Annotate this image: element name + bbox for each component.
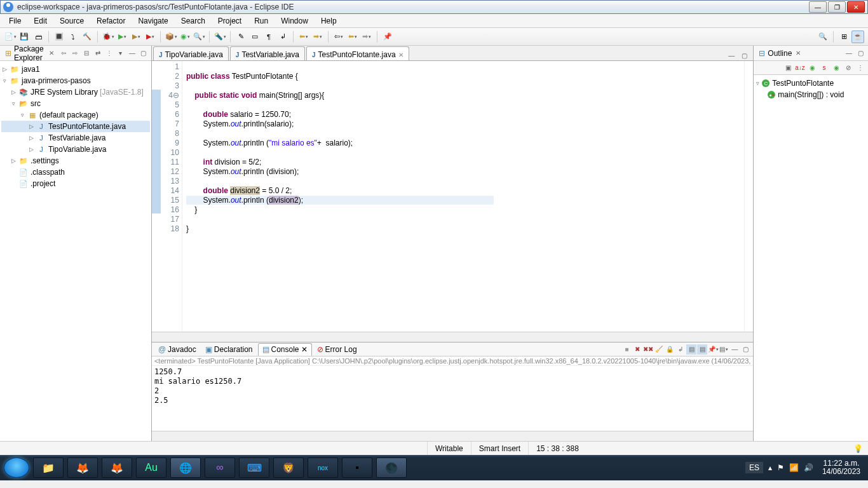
- tray-clock[interactable]: 11:22 a.m. 14/06/2023: [818, 459, 864, 476]
- block-select-icon[interactable]: ▭: [248, 30, 261, 43]
- network-icon[interactable]: 📶: [789, 463, 799, 472]
- hide-fields-icon[interactable]: ◉: [807, 63, 817, 73]
- menu-file[interactable]: File: [3, 15, 27, 27]
- word-wrap-console-icon[interactable]: ↲: [675, 344, 686, 355]
- explorer-taskbar-icon[interactable]: 📁: [33, 458, 64, 478]
- build-icon[interactable]: 🔨: [81, 30, 93, 43]
- outline-tree[interactable]: ▿CTestPuntoFlotante ●Smain(String[]) : v…: [754, 75, 868, 441]
- code-content[interactable]: public class TestPuntoFlotante { public …: [182, 61, 744, 332]
- menu-project[interactable]: Project: [212, 15, 248, 27]
- scroll-lock-icon[interactable]: 🔒: [665, 344, 675, 355]
- new-class-button[interactable]: ◉: [179, 30, 191, 43]
- minimize-editor-icon[interactable]: —: [726, 50, 736, 60]
- maximize-editor-icon[interactable]: ▢: [739, 50, 749, 60]
- language-indicator[interactable]: ES: [745, 462, 763, 473]
- maximize-button[interactable]: ❐: [828, 1, 846, 13]
- show-stderr-icon[interactable]: ▤: [697, 344, 707, 355]
- remove-all-icon[interactable]: ✖✖: [643, 344, 653, 355]
- menu-window[interactable]: Window: [275, 15, 315, 27]
- hide-nonpublic-icon[interactable]: ◉: [831, 63, 841, 73]
- brave-taskbar-icon[interactable]: 🦁: [273, 458, 304, 478]
- tray-chevron-icon[interactable]: ▴: [768, 463, 772, 472]
- display-console-icon[interactable]: ▤: [719, 344, 729, 355]
- nox-taskbar-icon[interactable]: nox: [308, 458, 338, 478]
- menu-navigate[interactable]: Navigate: [132, 15, 174, 27]
- terminal-taskbar-icon[interactable]: ▪: [342, 458, 372, 478]
- menu-refactor[interactable]: Refactor: [90, 15, 132, 27]
- editor-hscrollbar[interactable]: [152, 332, 753, 342]
- java-perspective-icon[interactable]: ☕: [851, 30, 864, 43]
- errorlog-tab[interactable]: ⊘Error Log: [313, 344, 361, 355]
- save-all-button[interactable]: 🗃: [32, 30, 44, 43]
- overview-ruler[interactable]: [744, 61, 753, 332]
- collapse-all-icon[interactable]: ⊟: [81, 48, 92, 58]
- action-center-icon[interactable]: ⚑: [777, 463, 784, 472]
- hide-static-icon[interactable]: s: [819, 63, 829, 73]
- package-explorer-tab[interactable]: ⊞ Package Explorer ✕: [3, 43, 57, 64]
- annotation-next-icon[interactable]: ➡: [311, 30, 324, 43]
- search-button[interactable]: 🔦: [214, 30, 226, 43]
- minimize-button[interactable]: —: [809, 1, 827, 13]
- terminate-icon[interactable]: ■: [621, 344, 632, 355]
- package-tree[interactable]: ▷📁java1 ▿📁java-primeros-pasos ▷📚JRE Syst…: [0, 61, 151, 441]
- pin-editor-icon[interactable]: 📌: [381, 30, 394, 43]
- show-whitespace-icon[interactable]: ¶: [262, 30, 275, 43]
- close-icon[interactable]: ✕: [49, 50, 54, 57]
- quick-access-icon[interactable]: 🔍: [817, 30, 829, 43]
- menu-source[interactable]: Source: [53, 15, 90, 27]
- declaration-tab[interactable]: ▣Declaration: [201, 344, 257, 355]
- menu-search[interactable]: Search: [175, 15, 212, 27]
- vscode-taskbar-icon[interactable]: ⌨: [239, 458, 269, 478]
- tab-testpuntoflotante[interactable]: JTestPuntoFlotante.java✕: [306, 46, 409, 60]
- firefox-dev-taskbar-icon[interactable]: 🦊: [102, 458, 132, 478]
- open-type-button[interactable]: 🔍: [193, 30, 205, 43]
- close-icon[interactable]: ✕: [796, 50, 801, 57]
- firefox-taskbar-icon[interactable]: 🦊: [67, 458, 98, 478]
- forward-icon[interactable]: ➡: [360, 30, 373, 43]
- filters-icon[interactable]: ⋮: [104, 48, 114, 58]
- open-perspective-icon[interactable]: ⊞: [837, 30, 850, 43]
- eclipse-taskbar-icon[interactable]: 🌑: [376, 458, 407, 478]
- code-editor[interactable]: 1234⊖56789101112131415161718 public clas…: [152, 61, 753, 332]
- outline-tab[interactable]: ⊟ Outline ✕: [756, 48, 803, 59]
- toggle-mark-icon[interactable]: ✎: [234, 30, 247, 43]
- forward-nav-icon[interactable]: ⇨: [70, 48, 80, 58]
- close-icon[interactable]: ✕: [301, 345, 308, 354]
- back-nav-icon[interactable]: ⇦: [58, 48, 69, 58]
- menu-help[interactable]: Help: [315, 15, 343, 27]
- skip-breakpoints-icon[interactable]: ⤵: [67, 30, 79, 43]
- chrome-taskbar-icon[interactable]: 🌐: [170, 458, 201, 478]
- system-tray[interactable]: ES ▴ ⚑ 📶 🔊 11:22 a.m. 14/06/2023: [745, 459, 864, 476]
- maximize-bottom-icon[interactable]: ▢: [740, 344, 750, 355]
- start-button[interactable]: [4, 458, 29, 478]
- vs-taskbar-icon[interactable]: ∞: [205, 458, 235, 478]
- minimize-outline-icon[interactable]: —: [844, 48, 854, 58]
- console-hscrollbar[interactable]: [152, 431, 753, 441]
- close-button[interactable]: ✕: [847, 1, 865, 13]
- clear-console-icon[interactable]: 🧹: [654, 344, 664, 355]
- toggle-breadcrumb-icon[interactable]: 🔳: [53, 30, 65, 43]
- annotation-prev-icon[interactable]: ⬅: [297, 30, 310, 43]
- tab-tipovariable[interactable]: JTipoVariable.java: [153, 46, 229, 60]
- menu-edit[interactable]: Edit: [27, 15, 53, 27]
- javadoc-tab[interactable]: @Javadoc: [154, 344, 200, 355]
- view-menu-icon[interactable]: ▾: [116, 48, 126, 58]
- show-console-icon[interactable]: ▤: [686, 344, 696, 355]
- minimize-view-icon[interactable]: —: [127, 48, 137, 58]
- tab-testvariable[interactable]: JTestVariable.java: [230, 46, 305, 60]
- external-tools-button[interactable]: ▶: [144, 30, 156, 43]
- new-button[interactable]: 📄: [4, 30, 17, 43]
- hide-local-icon[interactable]: ⊘: [843, 63, 853, 73]
- save-button[interactable]: 💾: [18, 30, 31, 43]
- link-editor-icon[interactable]: ⇄: [93, 48, 103, 58]
- tree-selected-file[interactable]: ▷JTestPuntoFlotante.java: [1, 121, 150, 132]
- last-edit-icon[interactable]: ⇦: [332, 30, 345, 43]
- volume-icon[interactable]: 🔊: [804, 463, 813, 472]
- audition-taskbar-icon[interactable]: Au: [136, 458, 166, 478]
- run-button[interactable]: ▶: [116, 30, 128, 43]
- maximize-outline-icon[interactable]: ▢: [855, 48, 865, 58]
- debug-button[interactable]: 🐞: [102, 30, 114, 43]
- new-package-button[interactable]: 📦: [165, 30, 177, 43]
- sort-icon[interactable]: a↓z: [795, 63, 805, 73]
- remove-launch-icon[interactable]: ✖: [632, 344, 642, 355]
